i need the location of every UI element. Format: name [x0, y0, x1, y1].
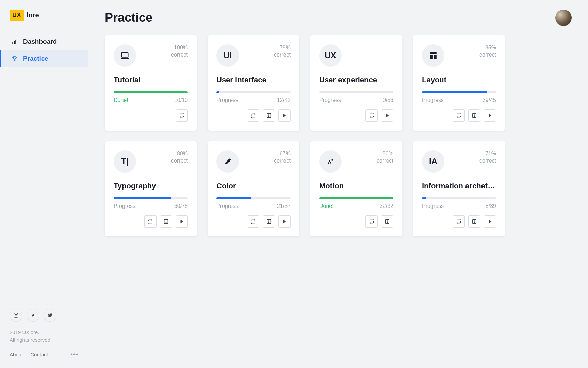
avatar[interactable] — [555, 10, 572, 26]
practice-grid: 100%correctTutorialDone!10/10UI78%correc… — [105, 35, 572, 236]
progress-count: 21/37 — [277, 203, 291, 209]
repeat-button[interactable] — [365, 215, 378, 228]
text-icon: IA — [422, 150, 444, 173]
svg-point-28 — [474, 222, 474, 223]
correct-badge: 80%correct — [171, 150, 188, 165]
progress-count: 10/10 — [174, 97, 188, 103]
svg-rect-10 — [430, 52, 437, 54]
trophy-icon — [11, 55, 18, 62]
svg-rect-1 — [14, 41, 15, 44]
correct-percent: 67% — [274, 150, 291, 157]
play-button[interactable] — [176, 215, 188, 228]
sidebar-item-practice[interactable]: Practice — [0, 50, 88, 67]
progress-count: 12/42 — [277, 97, 291, 103]
motion-icon — [319, 150, 342, 173]
sidebar-nav: DashboardPractice — [0, 33, 88, 67]
svg-point-25 — [387, 222, 387, 223]
play-button[interactable] — [484, 215, 496, 228]
correct-badge: 67%correct — [274, 150, 291, 165]
repeat-button[interactable] — [247, 109, 259, 122]
card-actions — [216, 215, 291, 228]
sidebar-footer: 2019 UXlore. All rights reserved. About … — [0, 309, 88, 368]
svg-rect-2 — [15, 40, 16, 44]
progress-bar — [422, 91, 496, 93]
text-icon: UX — [319, 44, 342, 67]
correct-percent: 85% — [479, 44, 496, 51]
review-icon — [266, 219, 272, 224]
svg-point-15 — [474, 116, 474, 117]
review-button[interactable] — [160, 215, 172, 228]
card-title: User experience — [319, 76, 393, 85]
brand-logo[interactable]: UX lore — [0, 10, 88, 21]
footer-about-link[interactable]: About — [10, 352, 23, 357]
play-button[interactable] — [381, 109, 393, 122]
correct-label: correct — [274, 51, 291, 59]
play-icon — [488, 113, 492, 118]
card-actions — [422, 215, 496, 228]
review-button[interactable] — [381, 215, 393, 228]
repeat-button[interactable] — [247, 215, 259, 228]
progress-bar — [216, 91, 291, 93]
footer-contact-link[interactable]: Contact — [30, 352, 48, 357]
progress-bar — [216, 197, 291, 199]
repeat-button[interactable] — [144, 215, 157, 228]
sidebar-item-label: Practice — [23, 55, 48, 62]
repeat-button[interactable] — [453, 215, 465, 228]
progress-label: Done! — [319, 203, 334, 209]
review-button[interactable] — [468, 215, 480, 228]
sidebar-item-dashboard[interactable]: Dashboard — [0, 33, 88, 50]
correct-percent: 90% — [377, 150, 393, 157]
laptop-icon — [114, 44, 136, 67]
practice-card: 67%correctColorProgress21/37 — [208, 141, 299, 236]
progress-bar — [319, 91, 393, 93]
correct-badge: 85%correct — [479, 44, 496, 59]
layout-icon — [422, 44, 444, 67]
progress-bar — [319, 197, 393, 199]
footer-links: About Contact ••• — [10, 351, 79, 358]
svg-rect-12 — [434, 55, 437, 59]
text-icon: UI — [216, 44, 239, 67]
sidebar-item-label: Dashboard — [23, 38, 57, 45]
repeat-icon — [369, 113, 374, 118]
more-icon[interactable]: ••• — [70, 351, 79, 358]
review-icon — [266, 113, 272, 118]
repeat-icon — [369, 219, 374, 224]
instagram-icon[interactable] — [10, 309, 22, 322]
repeat-button[interactable] — [453, 109, 465, 122]
eyedropper-icon — [216, 150, 239, 173]
correct-label: correct — [377, 157, 393, 165]
progress-bar — [114, 197, 188, 199]
card-actions — [319, 109, 393, 122]
repeat-button[interactable] — [365, 109, 378, 122]
correct-label: correct — [479, 157, 496, 165]
play-icon — [488, 219, 492, 224]
practice-card: 90%correctMotionDone!32/32 — [310, 141, 402, 236]
practice-card: 85%correctLayoutProgress39/45 — [413, 35, 505, 131]
review-button[interactable] — [263, 109, 275, 122]
play-button[interactable] — [484, 109, 496, 122]
twitter-icon[interactable] — [44, 309, 56, 322]
progress-label: Progress — [216, 97, 238, 103]
progress-count: 39/45 — [483, 97, 496, 103]
card-title: Information archetecture — [422, 182, 496, 190]
play-button[interactable] — [278, 109, 291, 122]
card-actions — [422, 109, 496, 122]
brand-name: lore — [27, 11, 39, 19]
correct-label: correct — [479, 51, 496, 59]
practice-card: T|80%correctTypographyProgress60/78 — [105, 141, 197, 236]
play-button[interactable] — [278, 215, 291, 228]
review-button[interactable] — [263, 215, 275, 228]
practice-card: UXUser experienceProgress0/56 — [310, 35, 402, 131]
repeat-icon — [250, 113, 256, 118]
facebook-icon[interactable] — [27, 309, 39, 322]
review-button[interactable] — [468, 109, 480, 122]
repeat-button[interactable] — [176, 109, 188, 122]
correct-percent: 78% — [274, 44, 291, 51]
correct-percent: 100% — [171, 44, 188, 51]
footer-copyright: 2019 UXlore. All rights reserved. — [10, 328, 79, 344]
topbar: Practice — [105, 10, 572, 26]
progress-label: Progress — [319, 97, 341, 103]
progress-bar — [114, 91, 188, 93]
repeat-icon — [456, 219, 461, 224]
page-title: Practice — [105, 11, 152, 25]
